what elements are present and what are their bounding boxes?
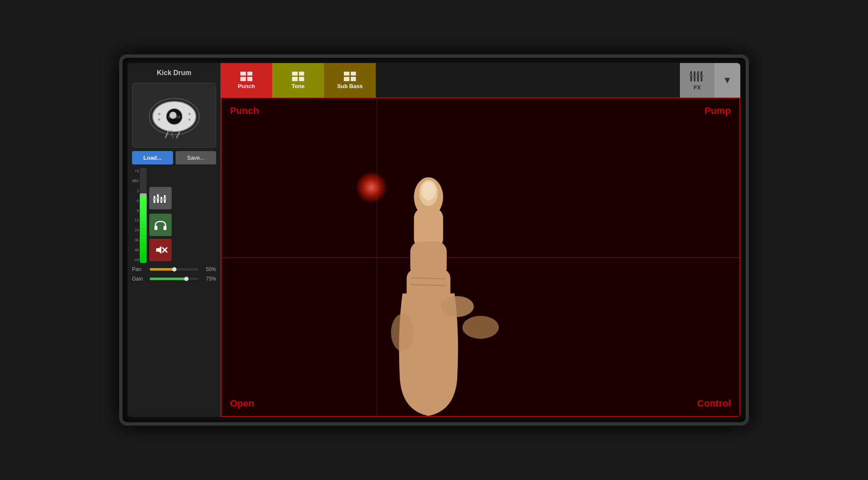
fader-labels: +6 dB0 3 6 9 12 24 36 48 -inf (132, 168, 139, 263)
sidebar: Kick Drum DRUM (128, 63, 220, 417)
svg-rect-31 (700, 75, 703, 77)
svg-point-40 (391, 314, 414, 351)
main-content: Punch Tone (220, 63, 740, 417)
kick-drum-illustration: DRUM (146, 92, 202, 139)
fader-label-36: 36 (132, 238, 139, 242)
pan-fill (150, 268, 174, 271)
grid-cell-7 (292, 77, 298, 81)
instrument-image: DRUM (132, 83, 216, 148)
svg-rect-30 (696, 73, 700, 75)
corner-label-tl: Punch (230, 105, 259, 117)
pan-row: Pan 50% (132, 266, 216, 272)
grid-cell-4 (247, 77, 253, 81)
grid-cell-1 (240, 72, 246, 76)
gain-value: 75% (201, 276, 216, 282)
grid-cell-8 (299, 77, 305, 81)
pan-slider[interactable] (150, 268, 198, 271)
hand-illustration (273, 155, 584, 416)
tab-subbass[interactable]: Sub Bass (324, 63, 376, 98)
pan-thumb (172, 267, 176, 272)
svg-line-36 (412, 278, 445, 279)
fx-sliders-icon (689, 70, 705, 82)
tab-subbass-label: Sub Bass (337, 83, 362, 89)
gain-fill (150, 278, 186, 280)
grid-cell-3 (240, 77, 246, 81)
volume-fader[interactable] (140, 168, 147, 263)
dropdown-arrow-icon: ▼ (723, 75, 732, 86)
svg-rect-33 (414, 208, 443, 249)
fader-label-db0: dB0 (132, 179, 139, 183)
fader-label-24: 24 (132, 228, 139, 232)
fader-label-48: 48 (132, 248, 139, 252)
tab-punch-label: Punch (238, 83, 255, 89)
fader-fill (140, 195, 147, 263)
tone-tab-icon (292, 72, 304, 81)
fader-label-12: 12 (132, 218, 139, 222)
save-button[interactable]: Save... (176, 151, 217, 164)
tab-tone-label: Tone (292, 83, 305, 89)
fader-thumb (140, 193, 147, 196)
svg-point-9 (158, 119, 160, 121)
grid-cell-6 (299, 72, 305, 76)
corner-label-tr: Pump (704, 105, 731, 117)
fader-label-6: +6 (132, 169, 139, 173)
pan-label: Pan (132, 266, 147, 272)
svg-rect-21 (164, 226, 167, 230)
fx-button[interactable]: FX (680, 63, 714, 98)
svg-rect-19 (163, 198, 167, 199)
svg-point-8 (158, 113, 160, 115)
gain-thumb (184, 277, 189, 281)
svg-line-37 (410, 285, 447, 286)
instrument-title: Kick Drum (132, 67, 216, 79)
corner-label-br: Control (697, 398, 731, 409)
fader-label-6b: 6 (132, 199, 139, 203)
dropdown-button[interactable]: ▼ (714, 63, 740, 98)
fader-label-9: 9 (132, 208, 139, 213)
svg-point-38 (440, 296, 474, 317)
svg-rect-29 (693, 76, 696, 79)
svg-rect-18 (160, 199, 163, 201)
top-bar-spacer (376, 63, 680, 98)
gain-label: Gain (132, 276, 147, 282)
svg-point-39 (462, 316, 499, 339)
tab-punch[interactable]: Punch (220, 63, 272, 98)
fader-section: +6 dB0 3 6 9 12 24 36 48 -inf (132, 168, 147, 263)
subbass-tab-icon (344, 72, 356, 81)
headphone-button[interactable] (149, 214, 172, 236)
gain-row: Gain 75% (132, 276, 216, 282)
svg-point-10 (188, 113, 190, 115)
svg-rect-20 (154, 226, 157, 230)
svg-rect-34 (410, 242, 447, 278)
xy-pad[interactable]: Punch Pump Open Control (220, 98, 740, 417)
xy-divider-horizontal (221, 257, 739, 258)
grid-cell-12 (351, 77, 356, 81)
fx-label: FX (694, 84, 701, 91)
gain-slider[interactable] (150, 278, 198, 280)
load-button[interactable]: Load... (132, 151, 173, 164)
corner-label-bl: Open (230, 398, 254, 409)
eq-button[interactable] (149, 187, 172, 209)
svg-rect-16 (153, 199, 156, 200)
device-frame: Kick Drum DRUM (119, 54, 749, 426)
mute-button[interactable] (149, 239, 172, 261)
punch-tab-icon (240, 72, 252, 81)
fader-label-3: 3 (132, 189, 139, 193)
svg-point-11 (188, 119, 190, 121)
eq-sliders-icon (153, 193, 168, 204)
pan-value: 50% (201, 266, 216, 272)
grid-cell-2 (247, 72, 253, 76)
svg-rect-35 (407, 269, 450, 303)
svg-point-7 (170, 112, 176, 119)
grid-cell-11 (344, 77, 349, 81)
top-bar: Punch Tone (220, 63, 740, 98)
svg-rect-28 (689, 74, 693, 76)
mute-icon (154, 244, 167, 256)
svg-rect-17 (156, 197, 160, 199)
svg-point-41 (419, 180, 438, 206)
app-container: Kick Drum DRUM (128, 63, 740, 417)
svg-rect-26 (697, 71, 699, 82)
svg-point-42 (421, 182, 436, 200)
fader-eq-row: +6 dB0 3 6 9 12 24 36 48 -inf (132, 168, 216, 263)
grid-cell-10 (351, 72, 356, 76)
tab-tone[interactable]: Tone (272, 63, 324, 98)
